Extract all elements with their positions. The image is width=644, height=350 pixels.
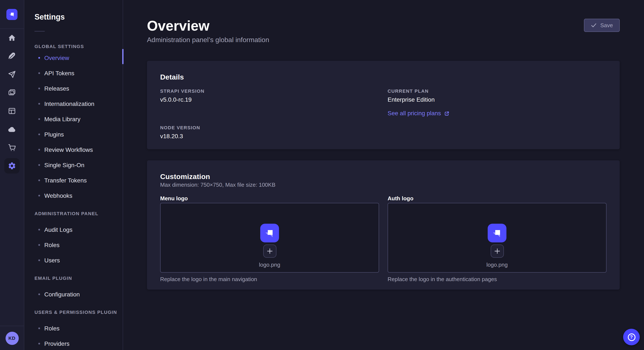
strapi-logo-icon	[488, 224, 506, 242]
bullet-icon	[38, 259, 40, 261]
section-label: GLOBAL SETTINGS	[24, 44, 123, 49]
external-link-icon	[444, 111, 450, 116]
bullet-icon	[38, 88, 40, 89]
rail-icon-list	[0, 28, 24, 175]
pricing-plans-link[interactable]: See all pricing plans	[388, 110, 450, 117]
bullet-icon	[38, 118, 40, 120]
feather-icon[interactable]	[0, 47, 24, 65]
pricing-link-label: See all pricing plans	[388, 110, 441, 117]
bullet-icon	[38, 229, 40, 230]
save-button[interactable]: Save	[584, 19, 620, 32]
section-administration-panel: ADMINISTRATION PANEL Audit Logs Roles Us…	[24, 211, 123, 268]
section-label: EMAIL PLUGIN	[24, 276, 123, 281]
save-button-label: Save	[600, 22, 613, 28]
sidebar-item-label: Configuration	[44, 291, 80, 298]
sidebar-item-label: Review Workflows	[44, 146, 93, 153]
settings-rail-item[interactable]	[0, 157, 24, 175]
details-right-column: CURRENT PLAN Enterprise Edition See all …	[388, 88, 606, 140]
cart-icon[interactable]	[0, 138, 24, 157]
sidebar-item-label: Webhooks	[44, 192, 72, 199]
sidebar-item-label: Plugins	[44, 131, 64, 138]
field-value: Enterprise Edition	[388, 96, 606, 103]
brand-area	[0, 0, 24, 29]
sidebar-item-webhooks[interactable]: Webhooks	[24, 188, 123, 203]
customization-subtitle: Max dimension: 750×750, Max file size: 1…	[160, 181, 606, 188]
add-logo-button[interactable]	[263, 245, 276, 258]
home-icon[interactable]	[0, 28, 24, 47]
section-label: ADMINISTRATION PANEL	[24, 211, 123, 216]
sidebar-item-label: Audit Logs	[44, 226, 72, 233]
details-card: Details STRAPI VERSION v5.0.0-rc.19 NODE…	[147, 61, 620, 149]
sidebar-item-overview[interactable]: Overview	[24, 50, 123, 65]
active-item-indicator	[122, 49, 124, 64]
bullet-icon	[38, 179, 40, 181]
help-button[interactable]: ?	[623, 329, 640, 345]
subnav-title: Settings	[24, 0, 123, 21]
sidebar-item-media-library[interactable]: Media Library	[24, 111, 123, 127]
sidebar-item-label: Providers	[44, 340, 70, 347]
bullet-icon	[38, 343, 40, 345]
upload-label: Auth logo	[388, 195, 606, 202]
bullet-icon	[38, 244, 40, 246]
layout-icon[interactable]	[0, 102, 24, 120]
section-email-plugin: EMAIL PLUGIN Configuration	[24, 276, 123, 302]
avatar[interactable]: KD	[5, 332, 18, 345]
page-subtitle: Administration panel’s global informatio…	[147, 36, 269, 44]
bullet-icon	[38, 293, 40, 295]
bullet-icon	[38, 328, 40, 329]
customization-card: Customization Max dimension: 750×750, Ma…	[147, 160, 620, 290]
sidebar-item-email-configuration[interactable]: Configuration	[24, 287, 123, 302]
upload-label: Menu logo	[160, 195, 379, 202]
sidebar-item-label: Roles	[44, 242, 60, 248]
sidebar-item-plugins[interactable]: Plugins	[24, 127, 123, 142]
sidebar-item-single-sign-on[interactable]: Single Sign-On	[24, 157, 123, 173]
sidebar-item-up-roles[interactable]: Roles	[24, 321, 123, 336]
sidebar-item-releases[interactable]: Releases	[24, 81, 123, 96]
subnav-divider	[34, 31, 45, 31]
field-label: CURRENT PLAN	[388, 88, 606, 94]
auth-logo-dropzone[interactable]: logo.png	[388, 203, 606, 273]
sidebar-item-audit-logs[interactable]: Audit Logs	[24, 222, 123, 237]
paper-plane-icon[interactable]	[0, 65, 24, 83]
field-label: NODE VERSION	[160, 125, 379, 131]
upload-helper-text: Replace the logo in the authentication p…	[388, 276, 606, 282]
section-users-permissions-plugin: USERS & PERMISSIONS PLUGIN Roles Provide…	[24, 310, 123, 350]
bullet-icon	[38, 149, 40, 151]
current-plan-field: CURRENT PLAN Enterprise Edition	[388, 88, 606, 103]
sidebar-item-label: Transfer Tokens	[44, 177, 87, 184]
strapi-logo-icon[interactable]	[6, 9, 18, 20]
question-mark-icon: ?	[628, 333, 635, 341]
menu-logo-block: Menu logo logo.png	[160, 195, 379, 282]
sidebar-item-label: Media Library	[44, 116, 80, 123]
field-value: v18.20.3	[160, 133, 379, 140]
sidebar-item-label: Overview	[44, 54, 69, 61]
sidebar-item-label: Users	[44, 257, 60, 264]
sidebar-item-label: Single Sign-On	[44, 162, 84, 169]
upload-filename: logo.png	[486, 262, 508, 268]
sidebar-item-up-providers[interactable]: Providers	[24, 336, 123, 350]
sidebar-item-admin-users[interactable]: Users	[24, 253, 123, 268]
field-value: v5.0.0-rc.19	[160, 96, 379, 103]
strapi-version-field: STRAPI VERSION v5.0.0-rc.19	[160, 88, 379, 103]
bullet-icon	[38, 72, 40, 74]
add-logo-button[interactable]	[490, 245, 504, 258]
sidebar-item-label: Roles	[44, 325, 60, 332]
images-icon[interactable]	[0, 83, 24, 102]
sidebar-item-admin-roles[interactable]: Roles	[24, 237, 123, 253]
menu-logo-dropzone[interactable]: logo.png	[160, 203, 379, 273]
page-title: Overview	[147, 18, 269, 34]
sidebar-item-api-tokens[interactable]: API Tokens	[24, 65, 123, 81]
sidebar-item-internationalization[interactable]: Internationalization	[24, 96, 123, 111]
node-version-field: NODE VERSION v18.20.3	[160, 125, 379, 140]
section-global-settings: GLOBAL SETTINGS Overview API Tokens Rele…	[24, 44, 123, 203]
upload-filename: logo.png	[259, 262, 280, 268]
cloud-icon[interactable]	[0, 120, 24, 138]
strapi-logo-icon	[260, 224, 279, 242]
section-label: USERS & PERMISSIONS PLUGIN	[24, 310, 123, 315]
gear-icon	[4, 158, 20, 173]
bullet-icon	[38, 164, 40, 166]
sidebar-item-review-workflows[interactable]: Review Workflows	[24, 142, 123, 157]
page-header: Overview Administration panel’s global i…	[147, 18, 620, 44]
sidebar-item-transfer-tokens[interactable]: Transfer Tokens	[24, 173, 123, 188]
bullet-icon	[38, 57, 40, 59]
